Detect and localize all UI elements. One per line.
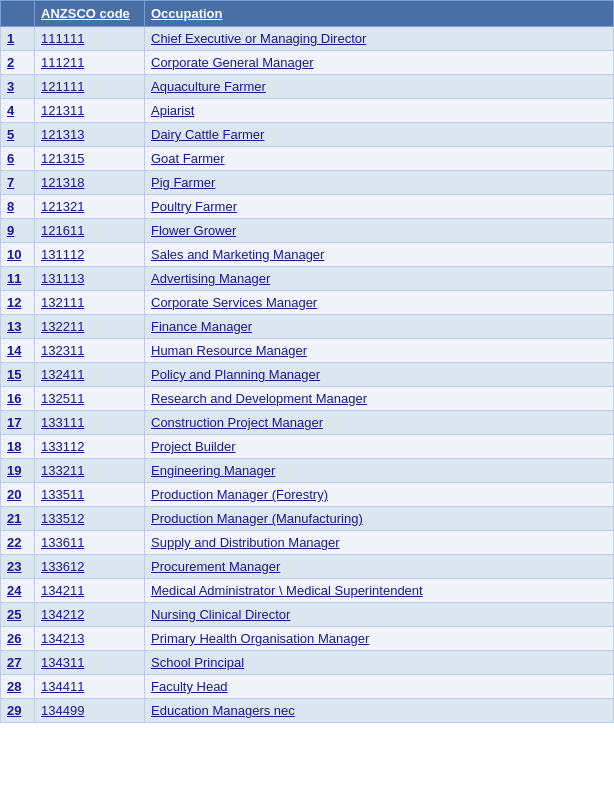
table-row: 11131113Advertising Manager [1, 267, 614, 291]
table-row: 23133612Procurement Manager [1, 555, 614, 579]
cell-code: 133611 [35, 531, 145, 555]
cell-num: 20 [1, 483, 35, 507]
cell-num: 3 [1, 75, 35, 99]
cell-code: 132311 [35, 339, 145, 363]
cell-num: 10 [1, 243, 35, 267]
cell-code: 111211 [35, 51, 145, 75]
cell-occupation: Faculty Head [145, 675, 614, 699]
table-row: 22133611Supply and Distribution Manager [1, 531, 614, 555]
table-body: 1111111Chief Executive or Managing Direc… [1, 27, 614, 723]
cell-code: 134311 [35, 651, 145, 675]
cell-code: 134499 [35, 699, 145, 723]
cell-num: 14 [1, 339, 35, 363]
cell-num: 27 [1, 651, 35, 675]
cell-code: 111111 [35, 27, 145, 51]
cell-occupation: Dairy Cattle Farmer [145, 123, 614, 147]
table-row: 2111211Corporate General Manager [1, 51, 614, 75]
cell-code: 133512 [35, 507, 145, 531]
cell-occupation: Supply and Distribution Manager [145, 531, 614, 555]
cell-occupation: Policy and Planning Manager [145, 363, 614, 387]
cell-num: 4 [1, 99, 35, 123]
cell-num: 7 [1, 171, 35, 195]
table-row: 16132511Research and Development Manager [1, 387, 614, 411]
cell-occupation: Production Manager (Forestry) [145, 483, 614, 507]
cell-occupation: Flower Grower [145, 219, 614, 243]
cell-num: 8 [1, 195, 35, 219]
table-row: 29134499Education Managers nec [1, 699, 614, 723]
cell-num: 12 [1, 291, 35, 315]
cell-occupation: Construction Project Manager [145, 411, 614, 435]
table-row: 10131112Sales and Marketing Manager [1, 243, 614, 267]
header-code: ANZSCO code [35, 1, 145, 27]
table-row: 6121315Goat Farmer [1, 147, 614, 171]
table-row: 15132411Policy and Planning Manager [1, 363, 614, 387]
cell-num: 1 [1, 27, 35, 51]
table-header-row: ANZSCO code Occupation [1, 1, 614, 27]
cell-code: 121318 [35, 171, 145, 195]
cell-num: 6 [1, 147, 35, 171]
table-row: 14132311Human Resource Manager [1, 339, 614, 363]
cell-code: 132111 [35, 291, 145, 315]
cell-num: 16 [1, 387, 35, 411]
cell-occupation: Chief Executive or Managing Director [145, 27, 614, 51]
cell-num: 21 [1, 507, 35, 531]
cell-code: 121111 [35, 75, 145, 99]
cell-code: 131113 [35, 267, 145, 291]
header-occupation: Occupation [145, 1, 614, 27]
anzsco-table: ANZSCO code Occupation 1111111Chief Exec… [0, 0, 614, 723]
cell-num: 28 [1, 675, 35, 699]
cell-occupation: Advertising Manager [145, 267, 614, 291]
cell-occupation: Corporate General Manager [145, 51, 614, 75]
cell-num: 26 [1, 627, 35, 651]
cell-num: 25 [1, 603, 35, 627]
table-row: 1111111Chief Executive or Managing Direc… [1, 27, 614, 51]
cell-code: 133612 [35, 555, 145, 579]
table-row: 8121321Poultry Farmer [1, 195, 614, 219]
cell-code: 134211 [35, 579, 145, 603]
cell-occupation: Pig Farmer [145, 171, 614, 195]
cell-num: 9 [1, 219, 35, 243]
table-row: 12132111Corporate Services Manager [1, 291, 614, 315]
table-row: 20133511Production Manager (Forestry) [1, 483, 614, 507]
cell-occupation: Procurement Manager [145, 555, 614, 579]
cell-code: 132511 [35, 387, 145, 411]
cell-num: 13 [1, 315, 35, 339]
cell-occupation: Sales and Marketing Manager [145, 243, 614, 267]
cell-occupation: Poultry Farmer [145, 195, 614, 219]
cell-num: 11 [1, 267, 35, 291]
cell-num: 29 [1, 699, 35, 723]
cell-num: 2 [1, 51, 35, 75]
cell-code: 133211 [35, 459, 145, 483]
table-row: 13132211Finance Manager [1, 315, 614, 339]
cell-occupation: Nursing Clinical Director [145, 603, 614, 627]
table-row: 28134411Faculty Head [1, 675, 614, 699]
cell-occupation: Human Resource Manager [145, 339, 614, 363]
cell-occupation: School Principal [145, 651, 614, 675]
cell-code: 121311 [35, 99, 145, 123]
table-row: 26134213Primary Health Organisation Mana… [1, 627, 614, 651]
cell-code: 133511 [35, 483, 145, 507]
cell-code: 134213 [35, 627, 145, 651]
cell-num: 18 [1, 435, 35, 459]
table-row: 18133112Project Builder [1, 435, 614, 459]
cell-num: 22 [1, 531, 35, 555]
table-row: 3121111Aquaculture Farmer [1, 75, 614, 99]
cell-num: 19 [1, 459, 35, 483]
cell-code: 134212 [35, 603, 145, 627]
cell-code: 132411 [35, 363, 145, 387]
table-row: 17133111Construction Project Manager [1, 411, 614, 435]
cell-occupation: Primary Health Organisation Manager [145, 627, 614, 651]
cell-occupation: Goat Farmer [145, 147, 614, 171]
table-row: 21133512Production Manager (Manufacturin… [1, 507, 614, 531]
cell-code: 133112 [35, 435, 145, 459]
cell-code: 133111 [35, 411, 145, 435]
cell-num: 23 [1, 555, 35, 579]
table-row: 24134211Medical Administrator \ Medical … [1, 579, 614, 603]
cell-code: 121315 [35, 147, 145, 171]
cell-code: 131112 [35, 243, 145, 267]
cell-code: 121313 [35, 123, 145, 147]
cell-code: 121321 [35, 195, 145, 219]
cell-occupation: Aquaculture Farmer [145, 75, 614, 99]
cell-num: 15 [1, 363, 35, 387]
cell-num: 24 [1, 579, 35, 603]
